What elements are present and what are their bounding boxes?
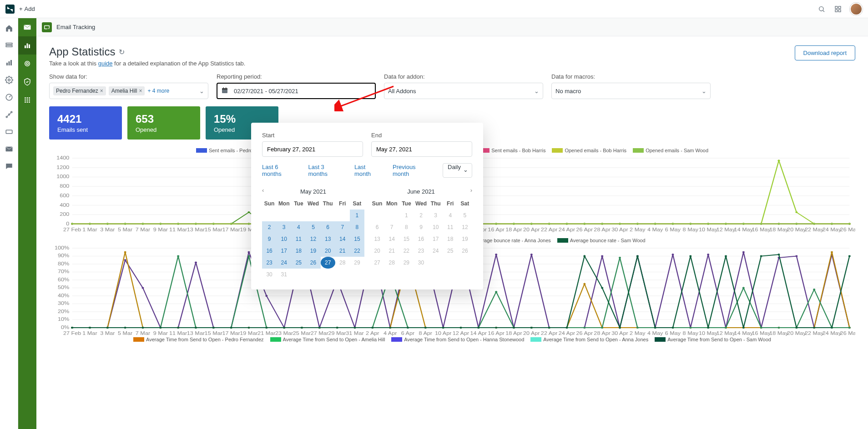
home-icon[interactable] (5, 24, 14, 33)
calendar-day[interactable]: 16 (414, 233, 428, 245)
apps-grid-icon[interactable] (833, 5, 843, 14)
more-users-link[interactable]: + 4 more (147, 88, 169, 94)
download-report-button[interactable]: Download report (795, 45, 855, 60)
calendar-day[interactable]: 23 (414, 245, 428, 257)
preset-last-6-months[interactable]: Last 6 months (262, 164, 299, 177)
legend-item[interactable]: Opened emails - Bob Harris (552, 148, 626, 153)
legend-item[interactable]: Opened emails - Sam Wood (633, 148, 708, 153)
calendar-day[interactable]: 18 (291, 245, 306, 257)
calendar-day[interactable]: 4 (291, 221, 306, 233)
calendar-day[interactable]: 2 (414, 210, 428, 221)
explore-icon[interactable] (5, 110, 14, 119)
chip-remove-icon[interactable]: × (139, 88, 142, 94)
calendar-day[interactable]: 23 (262, 257, 277, 269)
calendar-day[interactable]: 15 (399, 233, 414, 245)
calendar-day[interactable]: 17 (277, 245, 291, 257)
legend-item[interactable]: Average Time from Send to Open - Hanna S… (391, 337, 524, 342)
calendar-day[interactable]: 5 (306, 221, 320, 233)
calendar-day[interactable]: 10 (429, 221, 443, 233)
calendar-day[interactable]: 13 (370, 233, 384, 245)
mail-solid-icon[interactable] (5, 145, 14, 154)
calendar-day[interactable]: 1 (350, 210, 364, 221)
calendar-day[interactable]: 7 (384, 221, 399, 233)
calendar-day[interactable]: 19 (458, 233, 472, 245)
calendar-day[interactable]: 7 (335, 221, 350, 233)
calendar-day[interactable]: 27 (370, 257, 384, 269)
calendar-day[interactable]: 20 (321, 245, 335, 257)
admin-icon[interactable] (5, 75, 14, 85)
calendar-day[interactable]: 29 (399, 257, 414, 269)
calendar-day[interactable]: 25 (291, 257, 306, 269)
calendar-day[interactable]: 22 (350, 245, 364, 257)
calendar-day[interactable]: 30 (414, 257, 428, 269)
calendar-day[interactable]: 3 (277, 221, 291, 233)
calendar-day[interactable]: 25 (443, 245, 458, 257)
next-month-icon[interactable]: › (470, 187, 472, 194)
calendar-day[interactable]: 13 (321, 233, 335, 245)
gauge-icon[interactable] (5, 93, 14, 102)
granularity-select[interactable]: Daily ⌄ (443, 163, 472, 178)
calendar-day[interactable]: 9 (262, 233, 277, 245)
legend-item[interactable]: Average Time from Send to Open - Amelia … (270, 337, 385, 342)
calendar-day[interactable]: 12 (306, 233, 320, 245)
user-avatar[interactable] (850, 3, 863, 15)
calendar-day[interactable]: 1 (399, 210, 414, 221)
macros-select[interactable]: No macro ⌄ (551, 83, 711, 99)
calendar-day[interactable]: 28 (335, 257, 350, 269)
calendar-day[interactable]: 31 (277, 269, 291, 280)
calendar-day[interactable]: 8 (350, 221, 364, 233)
calendar-day[interactable]: 10 (277, 233, 291, 245)
reporting-icon[interactable] (5, 58, 14, 67)
calendar-day[interactable]: 15 (350, 233, 364, 245)
calendar-day[interactable]: 6 (370, 221, 384, 233)
legend-item[interactable]: Average Time from Send to Open - Sam Woo… (655, 337, 771, 342)
calendar-day[interactable]: 21 (335, 245, 350, 257)
calendar-day[interactable]: 18 (443, 233, 458, 245)
legend-item[interactable]: Average Time from Send to Open - Anna Jo… (530, 337, 648, 342)
end-date-input[interactable] (371, 141, 472, 157)
preset-last-month[interactable]: Last month (354, 164, 384, 177)
calendar-day[interactable]: 2 (262, 221, 277, 233)
calendar-day[interactable]: 14 (335, 233, 350, 245)
calendar-day[interactable]: 9 (414, 221, 428, 233)
app-nav-apps[interactable] (18, 91, 36, 109)
zendesk-logo[interactable] (5, 5, 15, 14)
calendar-day[interactable]: 4 (443, 210, 458, 221)
calendar-day[interactable]: 30 (262, 269, 277, 280)
calendar-day[interactable]: 20 (370, 245, 384, 257)
calendar-day[interactable]: 5 (458, 210, 472, 221)
calendar-day[interactable]: 29 (350, 257, 364, 269)
calendar-day[interactable]: 11 (443, 221, 458, 233)
views-icon[interactable] (5, 41, 14, 50)
calendar-day[interactable]: 16 (262, 245, 277, 257)
refresh-icon[interactable]: ↻ (119, 48, 125, 56)
legend-item[interactable]: Average bounce rate - Sam Wood (557, 238, 646, 243)
legend-item[interactable]: Average Time from Send to Open - Pedro F… (133, 337, 263, 342)
calendar-day[interactable]: 3 (429, 210, 443, 221)
show-data-for-select[interactable]: Pedro Fernandez× Amelia Hill× + 4 more ⌄ (49, 83, 208, 99)
ticket-icon[interactable] (5, 127, 14, 136)
app-nav-settings[interactable] (18, 55, 36, 73)
app-nav-shield[interactable] (18, 73, 36, 91)
calendar-day[interactable]: 6 (321, 221, 335, 233)
calendar-day[interactable]: 22 (399, 245, 414, 257)
calendar-day[interactable]: 14 (384, 233, 399, 245)
calendar-day[interactable]: 21 (384, 245, 399, 257)
addon-select[interactable]: All Addons ⌄ (384, 83, 543, 99)
calendar-day[interactable]: 8 (399, 221, 414, 233)
calendar-day[interactable]: 26 (306, 257, 320, 269)
calendar-day[interactable]: 11 (291, 233, 306, 245)
calendar-day[interactable]: 28 (384, 257, 399, 269)
legend-item[interactable]: Sent emails - Bob Harris (479, 148, 545, 153)
calendar-day[interactable]: 24 (429, 245, 443, 257)
prev-month-icon[interactable]: ‹ (262, 187, 264, 194)
calendar-day[interactable]: 17 (429, 233, 443, 245)
preset-last-3-months[interactable]: Last 3 months (308, 164, 345, 177)
add-button[interactable]: + Add (19, 5, 35, 12)
calendar-day[interactable]: 26 (458, 245, 472, 257)
calendar-day[interactable]: 24 (277, 257, 291, 269)
calendar-day[interactable]: 19 (306, 245, 320, 257)
search-icon[interactable] (817, 5, 826, 14)
calendar-day[interactable]: 27 (321, 257, 335, 269)
preset-previous-month[interactable]: Previous month (393, 164, 434, 177)
